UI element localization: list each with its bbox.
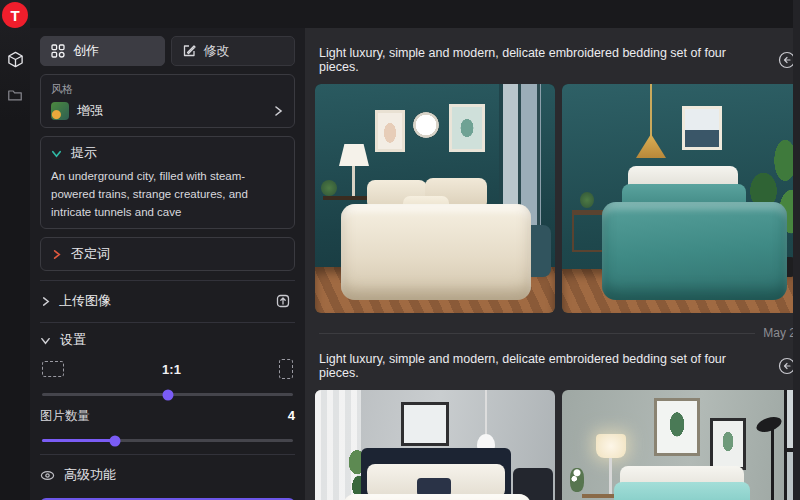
image-count-slider-fill <box>42 439 115 442</box>
top-bar <box>0 0 800 28</box>
style-thumbnail <box>51 102 69 120</box>
flower-vase <box>570 468 584 492</box>
prompt-label: 提示 <box>71 144 97 162</box>
image-count-label: 图片数量 <box>40 408 288 425</box>
wall-art-frame <box>710 418 746 470</box>
bed-duvet <box>343 494 531 500</box>
settings-label: 设置 <box>60 331 86 349</box>
plant <box>580 192 594 208</box>
wall-art-frame <box>449 104 485 152</box>
edit-icon <box>182 44 196 58</box>
generated-image-2[interactable] <box>562 84 800 313</box>
cube-icon[interactable] <box>0 46 30 72</box>
results-panel: Light luxury, simple and modern, delicat… <box>305 28 800 500</box>
app-logo[interactable]: T <box>2 2 28 28</box>
folder-icon[interactable] <box>0 82 30 108</box>
grid-icon <box>51 44 65 58</box>
table-lamp <box>596 434 626 458</box>
chevron-right-icon[interactable] <box>40 296 51 307</box>
wall-art-frame <box>654 398 700 456</box>
upload-image-section: 上传图像 <box>40 280 295 313</box>
settings-section: 设置 1:1 图片数量 4 <box>40 322 295 442</box>
wall-clock <box>413 112 439 138</box>
aspect-ratio-slider[interactable] <box>42 393 293 396</box>
advanced-features-section: 高级功能 <box>40 454 295 484</box>
aspect-ratio-slider-thumb[interactable] <box>162 389 173 400</box>
pendant-wire <box>650 84 652 136</box>
chevron-right-icon[interactable] <box>272 105 284 117</box>
style-value: 增强 <box>77 102 264 120</box>
landscape-ratio-icon[interactable] <box>42 361 64 377</box>
portrait-ratio-icon[interactable] <box>279 359 293 379</box>
generated-image-1[interactable] <box>315 84 555 313</box>
generated-image-4[interactable] <box>562 390 800 500</box>
scrollbar-gutter[interactable] <box>793 0 800 500</box>
advanced-features-toggle[interactable]: 高级功能 <box>40 466 295 484</box>
mode-tabs: 创作 修改 <box>40 36 295 66</box>
chevron-down-icon[interactable] <box>51 148 62 159</box>
image-grid-row-1 <box>315 84 800 313</box>
pendant-wire <box>485 390 487 436</box>
advanced-features-label: 高级功能 <box>64 466 116 484</box>
tab-edit[interactable]: 修改 <box>171 36 296 66</box>
floor-lamp-pole <box>771 426 774 500</box>
negative-words-section[interactable]: 否定词 <box>40 237 295 271</box>
eye-icon <box>40 468 55 483</box>
wall-art-frame <box>401 402 449 446</box>
divider-line <box>319 333 755 334</box>
image-count-slider-thumb[interactable] <box>109 435 120 446</box>
chevron-down-icon[interactable] <box>40 335 51 346</box>
aspect-ratio-value: 1:1 <box>64 362 279 377</box>
style-section[interactable]: 风格 增强 <box>40 74 295 128</box>
bed-duvet <box>602 202 787 300</box>
image-count-slider[interactable] <box>42 439 293 442</box>
bed-duvet <box>341 204 531 300</box>
upload-image-label: 上传图像 <box>59 292 263 310</box>
tab-edit-label: 修改 <box>204 42 230 60</box>
lamp-stand <box>609 458 612 494</box>
style-label: 风格 <box>51 82 284 97</box>
result-prompt-text: Light luxury, simple and modern, delicat… <box>319 46 766 74</box>
plant <box>321 180 337 196</box>
prompt-input[interactable]: An underground city, filled with steam-p… <box>51 168 284 221</box>
app-window: T 创作 <box>0 0 800 500</box>
upload-icon[interactable] <box>271 289 295 313</box>
left-rail: T <box>0 0 30 500</box>
prompt-section[interactable]: 提示 An underground city, filled with stea… <box>40 136 295 229</box>
generation-sidebar: 创作 修改 风格 增强 <box>30 28 305 500</box>
result-prompt-text: Light luxury, simple and modern, delicat… <box>319 352 766 380</box>
wall-art-frame <box>375 110 405 152</box>
negative-words-label: 否定词 <box>71 245 110 263</box>
pillow <box>614 482 750 500</box>
chevron-right-icon[interactable] <box>51 249 62 260</box>
generated-image-3[interactable] <box>315 390 555 500</box>
tab-create-label: 创作 <box>73 42 99 60</box>
date-divider: May 24, <box>319 326 800 340</box>
logo-letter: T <box>10 7 19 24</box>
image-grid-row-2 <box>315 390 800 500</box>
tab-create[interactable]: 创作 <box>40 36 165 66</box>
image-count-value: 4 <box>288 408 295 425</box>
lamp-stand <box>352 166 355 198</box>
wall-art-frame <box>682 106 722 150</box>
